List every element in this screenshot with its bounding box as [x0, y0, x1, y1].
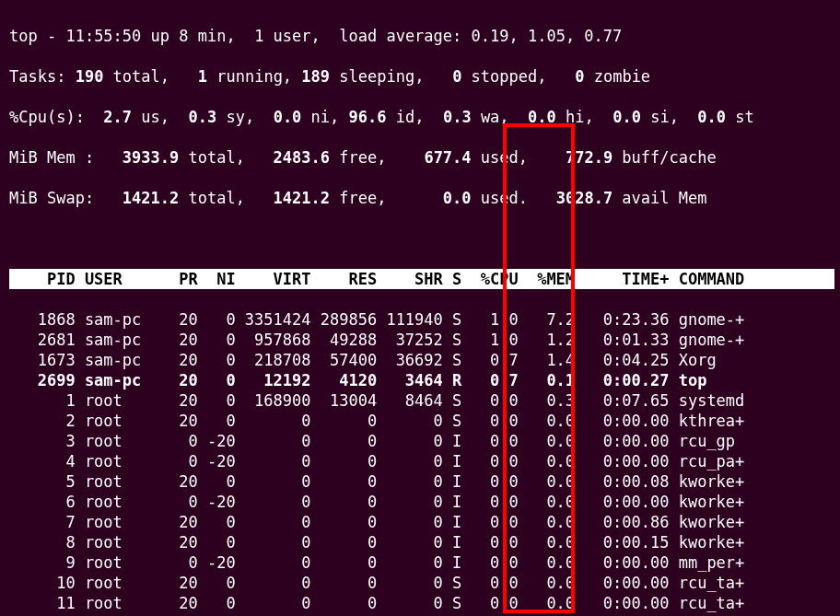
- blank-line: [9, 228, 834, 249]
- summary-line-4: MiB Mem : 3933.9 total, 2483.6 free, 677…: [9, 147, 834, 168]
- column-headers[interactable]: PID USER PR NI VIRT RES SHR S %CPU %MEM …: [9, 269, 834, 289]
- process-row[interactable]: 8 root 20 0 0 0 0 I 0.0 0.0 0:00.15 kwor…: [9, 532, 834, 552]
- summary-line-1: top - 11:55:50 up 8 min, 1 user, load av…: [9, 26, 834, 46]
- process-row[interactable]: 1673 sam-pc 20 0 218708 57400 36692 S 0.…: [9, 350, 834, 370]
- process-row[interactable]: 2 root 20 0 0 0 0 S 0.0 0.0 0:00.00 kthr…: [9, 411, 834, 431]
- process-list: 1868 sam-pc 20 0 3351424 289856 111940 S…: [9, 309, 834, 616]
- process-row[interactable]: 1868 sam-pc 20 0 3351424 289856 111940 S…: [9, 309, 834, 330]
- process-row[interactable]: 2681 sam-pc 20 0 957868 49288 37252 S 1.…: [9, 330, 834, 350]
- process-row[interactable]: 9 root 0 -20 0 0 0 I 0.0 0.0 0:00.00 mm_…: [9, 552, 834, 573]
- process-row[interactable]: 5 root 20 0 0 0 0 I 0.0 0.0 0:00.08 kwor…: [9, 471, 834, 492]
- summary-line-3: %Cpu(s): 2.7 us, 0.3 sy, 0.0 ni, 96.6 id…: [9, 107, 834, 127]
- process-row[interactable]: 7 root 20 0 0 0 0 I 0.0 0.0 0:00.86 kwor…: [9, 512, 834, 532]
- process-row[interactable]: 1 root 20 0 168900 13004 8464 S 0.0 0.3 …: [9, 390, 834, 411]
- terminal-screen[interactable]: top - 11:55:50 up 8 min, 1 user, load av…: [0, 0, 840, 616]
- process-row[interactable]: 10 root 20 0 0 0 0 S 0.0 0.0 0:00.00 rcu…: [9, 573, 834, 593]
- process-row[interactable]: 6 root 0 -20 0 0 0 I 0.0 0.0 0:00.00 kwo…: [9, 492, 834, 512]
- summary-line-5: MiB Swap: 1421.2 total, 1421.2 free, 0.0…: [9, 188, 834, 208]
- summary-line-2: Tasks: 190 total, 1 running, 189 sleepin…: [9, 66, 834, 87]
- process-row[interactable]: 2699 sam-pc 20 0 12192 4120 3464 R 0.7 0…: [9, 370, 834, 390]
- process-row[interactable]: 4 root 0 -20 0 0 0 I 0.0 0.0 0:00.00 rcu…: [9, 451, 834, 471]
- process-row[interactable]: 11 root 20 0 0 0 0 S 0.0 0.0 0:00.00 rcu…: [9, 593, 834, 613]
- process-row[interactable]: 3 root 0 -20 0 0 0 I 0.0 0.0 0:00.00 rcu…: [9, 431, 834, 451]
